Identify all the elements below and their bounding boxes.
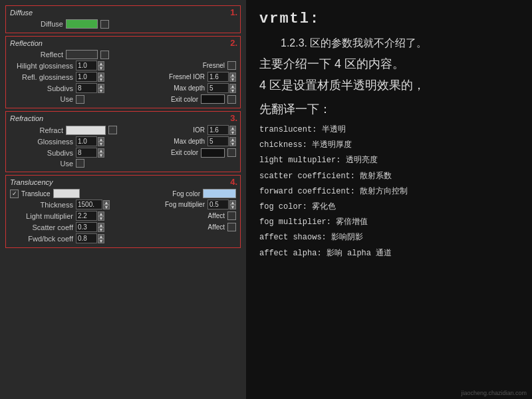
transluce-label: Transluce xyxy=(21,190,51,198)
exit-color-refr-checkbox[interactable] xyxy=(227,148,236,157)
transluce-color[interactable] xyxy=(53,189,80,198)
thickness-input[interactable] xyxy=(76,200,102,209)
reflect-checkbox[interactable] xyxy=(100,51,109,59)
refr-use-row: Use xyxy=(10,159,236,168)
diffuse-section: Diffuse 1. Diffuse xyxy=(5,5,241,33)
refr-gloss-spinner[interactable]: ▲▼ xyxy=(76,136,104,146)
reflection-section: Reflection 2. Reflect Hilight glossiness… xyxy=(5,36,241,108)
max-depth-refr-spinner[interactable]: ▲▼ xyxy=(207,136,236,146)
max-depth-refr-input[interactable] xyxy=(207,136,229,146)
refl-subdivs-input[interactable] xyxy=(76,83,97,93)
max-depth-refl-spinner[interactable]: ▲▼ xyxy=(207,83,236,93)
right-title: vrmtl: xyxy=(259,11,519,27)
hilight-row: Hilight glossiness ▲▼ Fresnel xyxy=(10,61,236,70)
ior-input[interactable] xyxy=(207,125,229,135)
fwd-bck-spinner[interactable]: ▲▼ xyxy=(76,233,104,243)
refl-subdivs-row: Subdivs ▲▼ Max depth ▲▼ xyxy=(10,83,236,93)
thickness-spinner[interactable]: ▲▼ xyxy=(76,200,110,209)
fresnel-ior-label: Fresnel IOR xyxy=(169,73,205,80)
refraction-title: Refraction xyxy=(10,114,236,122)
term-5: fog color: 雾化色 xyxy=(259,201,519,213)
ior-spinner[interactable]: ▲▼ xyxy=(207,125,236,135)
term-8: affect alpha: 影响 alpha 通道 xyxy=(259,247,519,260)
max-depth-refl-label: Max depth xyxy=(174,84,205,92)
reflect-row: Reflect xyxy=(10,50,236,59)
hilight-label: Hilight glossiness xyxy=(10,62,73,70)
reflect-label: Reflect xyxy=(10,51,63,59)
translucency-section: Translucency 4. Transluce Fog color Thic… xyxy=(5,175,241,248)
thickness-label: Thickness xyxy=(10,201,73,209)
transluce-checkbox[interactable] xyxy=(10,190,19,198)
exit-color-refl[interactable] xyxy=(201,94,225,104)
fresnel-label: Fresnel xyxy=(203,62,225,69)
refr-gloss-input[interactable] xyxy=(76,136,97,146)
refr-subdivs-spinner[interactable]: ▲▼ xyxy=(76,148,104,158)
term-3: scatter coefficient: 散射系数 xyxy=(259,170,519,183)
scatter-row: Scatter coeff ▲▼ Affect xyxy=(10,222,236,232)
refr-subdivs-input[interactable] xyxy=(76,148,97,158)
diffuse-label: Diffuse xyxy=(10,20,63,28)
refr-subdivs-row: Subdivs ▲▼ Exit color xyxy=(10,148,236,158)
refr-gloss-label: Glossiness xyxy=(10,138,73,146)
refl-use-label: Use xyxy=(10,95,73,103)
reflect-color[interactable] xyxy=(66,50,98,59)
exit-color-refr[interactable] xyxy=(201,148,225,158)
refract-color[interactable] xyxy=(66,126,106,135)
term-6: fog multiplier: 雾倍增值 xyxy=(259,216,519,229)
refl-subdivs-spinner[interactable]: ▲▼ xyxy=(76,83,104,93)
diffuse-checkbox[interactable] xyxy=(100,20,109,29)
term-0: translucent: 半透明 xyxy=(259,124,519,136)
thickness-row: Thickness ▲▼ Fog multiplier ▲▼ xyxy=(10,200,236,209)
affect1-checkbox[interactable] xyxy=(227,211,236,220)
diffuse-number: 1. xyxy=(230,7,237,17)
diffuse-color[interactable] xyxy=(66,19,98,29)
refract-row: Refract IOR ▲▼ xyxy=(10,125,236,135)
fog-color-label: Fog color xyxy=(172,190,200,198)
refl-gloss-input[interactable] xyxy=(76,72,97,82)
right-intro: 1.2.3. 区的参数我就不介绍了。 xyxy=(259,37,519,51)
exit-color-refr-label: Exit color xyxy=(171,149,198,156)
watermark: jiaocheng.chazidian.com xyxy=(461,390,527,396)
fog-color-box[interactable] xyxy=(203,189,236,198)
left-panel: Diffuse 1. Diffuse Reflection 2. Reflect… xyxy=(0,0,246,399)
fwd-bck-row: Fwd/bck coeff ▲▼ xyxy=(10,233,236,243)
max-depth-refl-input[interactable] xyxy=(207,83,229,93)
term-2: light multuplier: 透明亮度 xyxy=(259,154,519,167)
affect2-checkbox[interactable] xyxy=(227,223,236,231)
light-mult-spinner[interactable]: ▲▼ xyxy=(76,211,104,221)
fwd-bck-input[interactable] xyxy=(76,233,97,243)
fresnel-checkbox[interactable] xyxy=(227,61,236,70)
fresnel-ior-input[interactable] xyxy=(207,72,229,82)
exit-color-refl-checkbox[interactable] xyxy=(227,95,236,104)
light-mult-row: Light multiplier ▲▼ Affect xyxy=(10,211,236,221)
refl-gloss-spinner[interactable]: ▲▼ xyxy=(76,72,104,82)
refr-use-label: Use xyxy=(10,160,73,168)
refract-checkbox[interactable] xyxy=(108,126,117,134)
fresnel-ior-spinner[interactable]: ▲▼ xyxy=(207,72,236,82)
hilight-spinner[interactable]: ▲▼ xyxy=(76,61,104,70)
fog-mult-input[interactable] xyxy=(207,200,229,209)
fwd-bck-label: Fwd/bck coeff xyxy=(10,235,73,243)
exit-color-refl-label: Exit color xyxy=(171,96,198,103)
refl-subdivs-label: Subdivs xyxy=(10,84,73,92)
scatter-label: Scatter coeff xyxy=(10,223,73,231)
reflection-title: Reflection xyxy=(10,39,236,47)
term-7: affect shaows: 影响阴影 xyxy=(259,231,519,244)
scatter-spinner[interactable]: ▲▼ xyxy=(76,222,104,232)
refl-use-checkbox[interactable] xyxy=(76,95,84,104)
light-mult-label: Light multiplier xyxy=(10,212,73,220)
refl-gloss-row: Refl. glossiness ▲▼ Fresnel IOR ▲▼ xyxy=(10,72,236,82)
diffuse-row: Diffuse xyxy=(10,19,236,29)
fog-mult-spinner[interactable]: ▲▼ xyxy=(207,200,236,209)
term-4: forward coefficient: 散射方向控制 xyxy=(259,186,519,198)
light-mult-input[interactable] xyxy=(76,211,97,221)
hilight-input[interactable] xyxy=(76,61,97,70)
refl-use-row: Use Exit color xyxy=(10,94,236,104)
refract-label: Refract xyxy=(10,126,63,134)
scatter-input[interactable] xyxy=(76,222,97,232)
refl-gloss-label: Refl. glossiness xyxy=(10,73,73,81)
refraction-number: 3. xyxy=(230,113,237,123)
term-list: translucent: 半透明 chickness: 半透明厚度 light … xyxy=(259,124,519,260)
diffuse-title: Diffuse xyxy=(10,9,236,17)
refr-use-checkbox[interactable] xyxy=(76,159,84,168)
